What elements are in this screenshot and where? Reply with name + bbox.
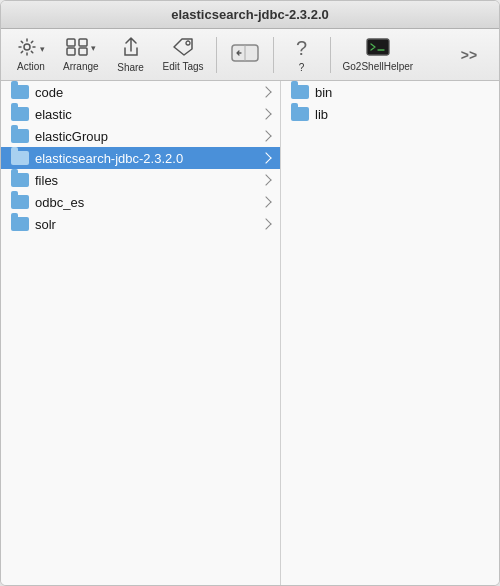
action-button[interactable]: ▾ Action: [9, 34, 53, 75]
list-item[interactable]: code: [1, 81, 280, 103]
arrange-button[interactable]: ▾ Arrange: [57, 35, 105, 75]
go2shell-label: Go2ShellHelper: [343, 61, 414, 72]
folder-icon: [11, 195, 29, 209]
folder-icon: [291, 107, 309, 121]
folder-icon: [291, 85, 309, 99]
finder-window: elasticsearch-jdbc-2.3.2.0 ▾ Action: [0, 0, 500, 586]
folder-icon: [11, 107, 29, 121]
more-button[interactable]: >>: [447, 44, 491, 66]
share-label: Share: [117, 62, 144, 73]
item-label: code: [35, 85, 256, 100]
list-item[interactable]: lib: [281, 103, 499, 125]
svg-point-5: [186, 41, 190, 45]
folder-icon: [11, 173, 29, 187]
svg-rect-8: [367, 39, 389, 55]
item-label: odbc_es: [35, 195, 256, 210]
chevron-right-icon: [260, 86, 271, 97]
question-button[interactable]: ? ?: [280, 34, 324, 76]
arrange-dropdown-arrow: ▾: [91, 43, 96, 53]
svg-rect-4: [79, 48, 87, 55]
item-label: files: [35, 173, 256, 188]
list-item[interactable]: elasticGroup: [1, 125, 280, 147]
go2shell-button[interactable]: Go2ShellHelper: [337, 35, 420, 75]
share-icon: [122, 37, 140, 60]
question-label: ?: [299, 62, 305, 73]
list-item[interactable]: files: [1, 169, 280, 191]
svg-rect-2: [79, 39, 87, 46]
list-item-selected[interactable]: elasticsearch-jdbc-2.3.2.0: [1, 147, 280, 169]
edit-tags-icon: [172, 38, 194, 59]
svg-rect-3: [67, 48, 75, 55]
item-label: elasticGroup: [35, 129, 256, 144]
svg-point-0: [24, 44, 30, 50]
edit-tags-button[interactable]: Edit Tags: [157, 35, 210, 75]
list-item[interactable]: elastic: [1, 103, 280, 125]
window-title: elasticsearch-jdbc-2.3.2.0: [11, 7, 489, 22]
chevron-right-icon: [260, 130, 271, 141]
question-icon: ?: [296, 37, 307, 60]
chevron-right-icon: [260, 196, 271, 207]
item-label: bin: [315, 85, 489, 100]
list-item[interactable]: odbc_es: [1, 191, 280, 213]
terminal-icon: [366, 38, 390, 59]
arrange-icon: [66, 38, 88, 59]
action-dropdown-arrow: ▾: [40, 44, 45, 54]
list-item[interactable]: solr: [1, 213, 280, 235]
action-label: Action: [17, 61, 45, 72]
folder-icon: [11, 85, 29, 99]
item-label: elasticsearch-jdbc-2.3.2.0: [35, 151, 256, 166]
item-label: elastic: [35, 107, 256, 122]
more-icon: >>: [461, 47, 477, 63]
chevron-right-icon: [260, 108, 271, 119]
item-label: solr: [35, 217, 256, 232]
right-pane: bin lib: [281, 81, 499, 585]
back-button[interactable]: [223, 40, 267, 69]
gear-icon: [17, 37, 37, 60]
svg-rect-1: [67, 39, 75, 46]
chevron-right-icon: [260, 174, 271, 185]
content-area: code elastic elasticGroup elasticsearch-…: [1, 81, 499, 585]
toolbar-separator-2: [273, 37, 274, 73]
title-bar: elasticsearch-jdbc-2.3.2.0: [1, 1, 499, 29]
left-pane: code elastic elasticGroup elasticsearch-…: [1, 81, 281, 585]
list-item[interactable]: bin: [281, 81, 499, 103]
back-icon: [231, 43, 259, 66]
item-label: lib: [315, 107, 489, 122]
chevron-right-icon: [260, 218, 271, 229]
folder-icon: [11, 151, 29, 165]
toolbar: ▾ Action ▾ Arrange: [1, 29, 499, 81]
toolbar-separator-1: [216, 37, 217, 73]
folder-icon: [11, 129, 29, 143]
share-button[interactable]: Share: [109, 34, 153, 76]
arrange-label: Arrange: [63, 61, 99, 72]
toolbar-separator-3: [330, 37, 331, 73]
chevron-right-icon: [260, 152, 271, 163]
edit-tags-label: Edit Tags: [163, 61, 204, 72]
folder-icon: [11, 217, 29, 231]
